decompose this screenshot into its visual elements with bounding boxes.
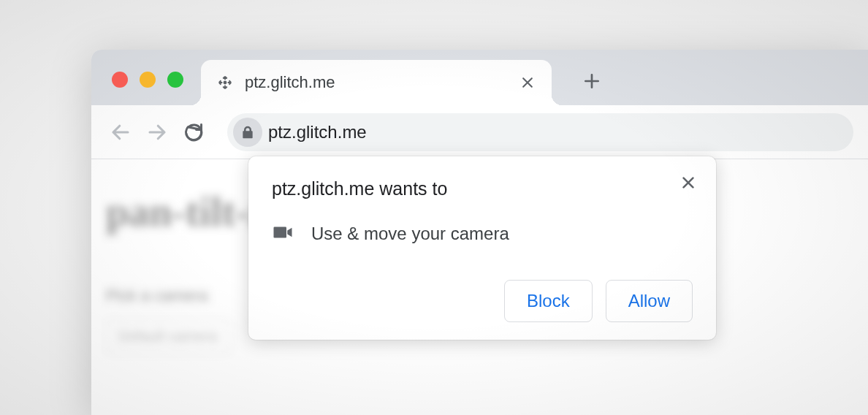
forward-button[interactable]: [142, 118, 172, 147]
move-icon: [216, 73, 235, 92]
minimize-window-button[interactable]: [140, 72, 156, 88]
permission-text: Use & move your camera: [311, 224, 509, 244]
browser-toolbar: ptz.glitch.me: [91, 105, 868, 159]
address-bar[interactable]: ptz.glitch.me: [227, 113, 853, 151]
svg-point-0: [224, 82, 226, 84]
lock-icon[interactable]: [233, 118, 262, 147]
dialog-title: ptz.glitch.me wants to: [272, 178, 693, 199]
dialog-buttons: Block Allow: [272, 280, 693, 322]
permission-row: Use & move your camera: [272, 221, 693, 246]
tab-title: ptz.glitch.me: [245, 73, 518, 92]
permission-dialog: ptz.glitch.me wants to Use & move your c…: [248, 156, 716, 340]
new-tab-button[interactable]: [574, 63, 610, 99]
reload-button[interactable]: [179, 118, 208, 147]
tab-strip: ptz.glitch.me: [91, 50, 868, 105]
browser-tab[interactable]: ptz.glitch.me: [201, 60, 552, 105]
url-text: ptz.glitch.me: [268, 122, 367, 142]
close-tab-button[interactable]: [518, 73, 537, 92]
block-button[interactable]: Block: [504, 280, 593, 322]
allow-button[interactable]: Allow: [606, 280, 693, 322]
camera-icon: [272, 221, 294, 246]
close-dialog-button[interactable]: [678, 172, 698, 193]
camera-select[interactable]: Default camera: [106, 320, 230, 353]
maximize-window-button[interactable]: [167, 72, 183, 88]
back-button[interactable]: [106, 118, 135, 147]
window-controls: [112, 72, 183, 88]
close-window-button[interactable]: [112, 72, 128, 88]
